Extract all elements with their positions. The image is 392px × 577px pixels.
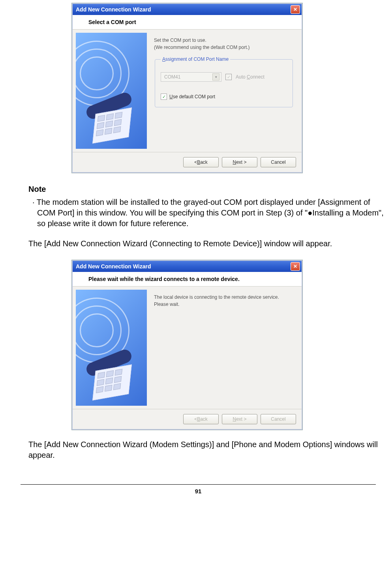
note-body: · The modem station will be installed to… [28,197,389,229]
close-icon[interactable]: ✕ [291,262,300,271]
use-default-checkbox[interactable]: ✓ [161,94,167,100]
back-button: < Back [183,414,219,424]
close-icon[interactable]: ✕ [291,5,300,14]
fieldset-legend: AAssignment of COM Port Namessignment of… [161,56,230,62]
dialog-title: Add New Connection Wizard [76,263,151,270]
back-button[interactable]: < Back [183,157,219,167]
chevron-down-icon: ▾ [212,73,219,81]
dialog-com-port: Add New Connection Wizard ✕ Select a COM… [72,3,302,173]
page-divider [21,484,376,485]
cancel-button: Cancel [261,414,296,424]
instruction-line-1: Set the COM port to use. [154,37,294,43]
wizard-graphic [76,290,147,406]
titlebar: Add New Connection Wizard ✕ [73,261,302,272]
body-paragraph-2: The [Add New Connection Wizard (Modem Se… [28,439,389,461]
auto-connect-label: Auto Connect [236,74,264,80]
next-button[interactable]: Next > [222,157,257,167]
button-row: < Back Next > Cancel [73,152,302,172]
body-paragraph-1: The [Add New Connection Wizard (Connecti… [28,238,389,249]
titlebar: Add New Connection Wizard ✕ [73,4,302,15]
dialog-title: Add New Connection Wizard [76,6,151,13]
next-button: Next > [222,414,257,424]
dialog-connecting: Add New Connection Wizard ✕ Please wait … [72,260,302,430]
wizard-graphic [76,33,147,149]
dialog-subtitle: Select a COM port [73,15,302,30]
com-port-fieldset: AAssignment of COM Port Namessignment of… [155,56,293,107]
dialog-subtitle: Please wait while the wizard connects to… [73,272,302,287]
com-port-value: COM41 [164,74,180,80]
com-port-select: COM41 ▾ [161,72,221,82]
status-line-1: The local device is connecting to the re… [154,294,294,300]
use-default-label: Use default COM port [169,94,215,99]
cancel-button[interactable]: Cancel [261,157,296,167]
note-heading: Note [28,184,389,195]
instruction-line-2: (We recommend using the default COM port… [154,45,294,50]
status-line-2: Please wait. [154,302,294,307]
page-number: 91 [28,488,368,495]
auto-connect-checkbox: ✓ [225,74,232,80]
button-row: < Back Next > Cancel [73,409,302,429]
